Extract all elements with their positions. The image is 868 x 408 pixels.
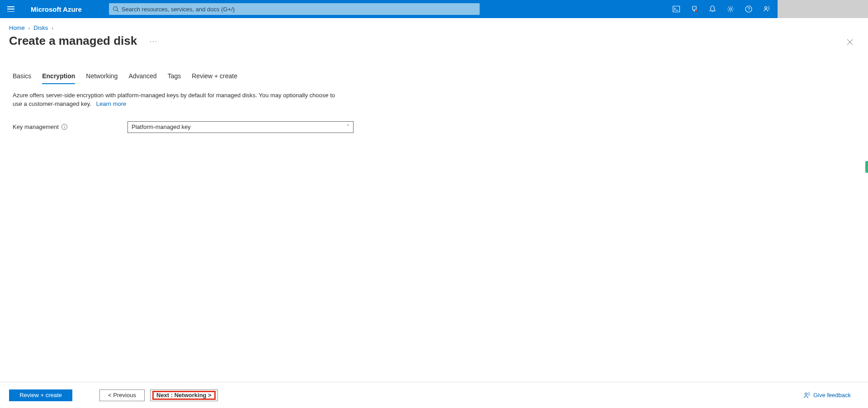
- hamburger-menu[interactable]: [0, 0, 22, 18]
- svg-point-11: [805, 393, 807, 395]
- brand-label[interactable]: Microsoft Azure: [31, 5, 82, 13]
- svg-point-5: [730, 8, 732, 10]
- svg-rect-2: [673, 6, 680, 12]
- notifications-icon[interactable]: [703, 0, 722, 18]
- wizard-footer: Review + create < Previous Next : Networ…: [0, 382, 868, 408]
- more-commands[interactable]: ···: [148, 36, 160, 47]
- breadcrumb-disks[interactable]: Disks: [33, 24, 48, 31]
- breadcrumb: Home › Disks ›: [0, 18, 868, 34]
- next-button-wrap: Next : Networking >: [150, 389, 218, 401]
- svg-line-1: [117, 10, 118, 12]
- svg-point-4: [695, 10, 697, 12]
- tab-networking[interactable]: Networking: [86, 70, 118, 84]
- cloud-shell-icon[interactable]: [667, 0, 685, 18]
- chevron-right-icon: ›: [28, 25, 30, 31]
- page-title: Create a managed disk: [9, 34, 137, 48]
- tab-review[interactable]: Review + create: [192, 70, 237, 84]
- breadcrumb-home[interactable]: Home: [9, 24, 25, 31]
- previous-button[interactable]: < Previous: [99, 389, 145, 401]
- encryption-description: Azure offers server-side encryption with…: [0, 84, 353, 109]
- feedback-person-icon: [803, 392, 811, 399]
- tab-bar: Basics Encryption Networking Advanced Ta…: [0, 48, 868, 84]
- directories-icon[interactable]: [685, 0, 703, 18]
- top-icon-bar: [667, 0, 776, 18]
- description-text: Azure offers server-side encryption with…: [13, 92, 335, 107]
- svg-point-7: [749, 10, 749, 11]
- key-management-label: Key management i: [13, 123, 127, 130]
- give-feedback-label: Give feedback: [813, 392, 851, 399]
- key-management-row: Key management i Platform-managed key ˅: [0, 109, 868, 133]
- search-icon: [113, 6, 119, 12]
- tab-encryption[interactable]: Encryption: [42, 70, 75, 84]
- settings-icon[interactable]: [722, 0, 740, 18]
- hamburger-icon: [7, 6, 14, 12]
- global-search[interactable]: Search resources, services, and docs (G+…: [109, 3, 480, 15]
- close-button[interactable]: [843, 35, 857, 49]
- help-icon[interactable]: [740, 0, 758, 18]
- top-bar: Microsoft Azure Search resources, servic…: [0, 0, 868, 18]
- tab-advanced[interactable]: Advanced: [128, 70, 156, 84]
- title-row: Create a managed disk ···: [0, 34, 868, 48]
- key-management-dropdown[interactable]: Platform-managed key ˅: [127, 121, 354, 133]
- key-management-value: Platform-managed key: [132, 123, 191, 130]
- key-management-label-text: Key management: [13, 123, 59, 130]
- review-create-button[interactable]: Review + create: [9, 389, 72, 401]
- next-networking-button[interactable]: Next : Networking >: [152, 391, 216, 400]
- chevron-right-icon: ›: [52, 25, 53, 31]
- edge-indicator: [865, 161, 868, 173]
- give-feedback-link[interactable]: Give feedback: [803, 392, 851, 399]
- tab-tags[interactable]: Tags: [168, 70, 181, 84]
- chevron-down-icon: ˅: [347, 124, 349, 130]
- feedback-icon[interactable]: [758, 0, 776, 18]
- info-icon[interactable]: i: [61, 124, 67, 130]
- search-placeholder: Search resources, services, and docs (G+…: [122, 6, 235, 13]
- svg-point-8: [765, 7, 767, 9]
- tab-basics[interactable]: Basics: [13, 70, 31, 84]
- account-area[interactable]: [778, 0, 868, 18]
- svg-point-0: [113, 7, 118, 11]
- learn-more-link[interactable]: Learn more: [96, 100, 126, 107]
